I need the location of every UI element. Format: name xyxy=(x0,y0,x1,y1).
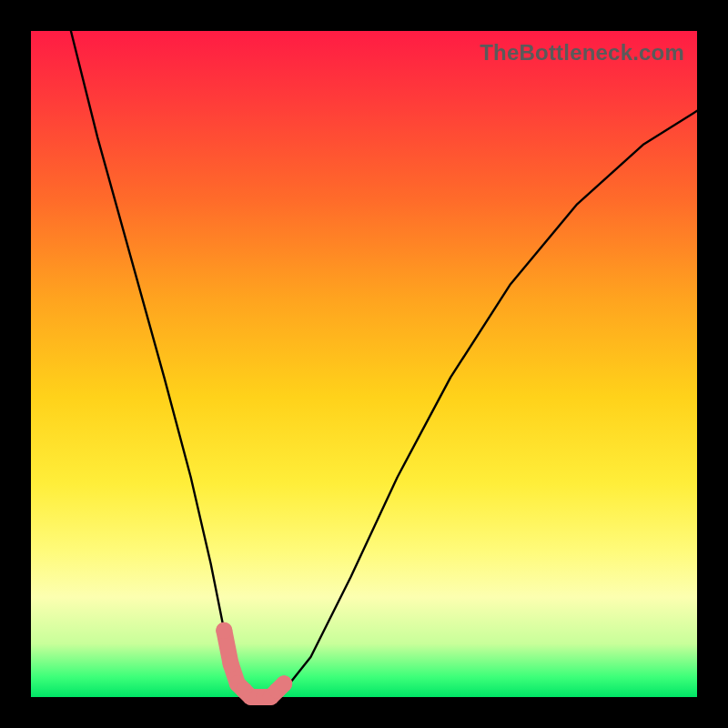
highlight-marker xyxy=(216,622,232,639)
chart-svg xyxy=(31,31,697,697)
highlight-marker xyxy=(276,675,292,692)
chart-frame: TheBottleneck.com xyxy=(0,0,728,728)
plot-area: TheBottleneck.com xyxy=(31,31,697,697)
bottleneck-curve xyxy=(71,31,697,697)
highlight-marker xyxy=(223,655,239,672)
highlight-markers xyxy=(216,622,292,705)
